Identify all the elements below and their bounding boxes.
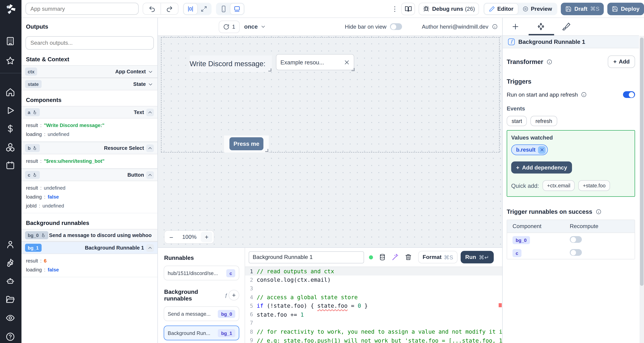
quick-add-pill[interactable]: +state.foo	[578, 180, 610, 191]
output-row-b[interactable]: bResource Select	[22, 142, 158, 154]
tab-insert-component[interactable]	[503, 22, 528, 31]
collapse-toggle[interactable]	[146, 244, 154, 252]
output-row-bg_1[interactable]: bg_1Background Runnable 1	[22, 242, 158, 254]
component-id-badge[interactable]: bg_0	[25, 231, 48, 239]
gear-icon[interactable]	[5, 258, 16, 269]
code-line-4[interactable]: 4// access a global state store	[245, 293, 502, 302]
code-line-8[interactable]: 8// for reactivity to work, you need to …	[245, 327, 502, 336]
code-line-5[interactable]: 5if (!state.foo) { state.foo = 0 }	[245, 302, 502, 310]
eye-icon[interactable]	[5, 313, 16, 324]
output-row-a[interactable]: aText	[22, 106, 158, 118]
robot-icon[interactable]	[5, 276, 16, 287]
runnable-name-input[interactable]	[249, 251, 364, 263]
user-icon[interactable]	[5, 240, 16, 250]
deploy-button[interactable]: Deploy	[608, 2, 644, 15]
expand-toggle[interactable]	[148, 82, 153, 86]
help-icon[interactable]	[5, 332, 16, 342]
event-pill-refresh[interactable]: refresh	[530, 116, 557, 126]
app-summary-input[interactable]	[26, 3, 139, 15]
output-row-bg_0[interactable]: bg_0Send a message to discord using webh…	[22, 229, 158, 242]
format-button[interactable]: Format⌘S	[418, 251, 458, 264]
output-row-c[interactable]: cButton	[22, 168, 158, 181]
text-component[interactable]: Write Discord message:	[190, 56, 272, 72]
add-dependency-button[interactable]: +Add dependency	[511, 162, 572, 174]
folder-open-icon[interactable]	[5, 295, 16, 306]
debug-runs-button[interactable]: Debug runs(26)	[419, 2, 479, 15]
code-line-3[interactable]: 3	[245, 284, 502, 293]
event-pill-start[interactable]: start	[507, 116, 527, 126]
zoom-in-button[interactable]: +	[201, 232, 212, 242]
add-transformer-button[interactable]: +Add	[608, 56, 635, 68]
calendar-icon[interactable]	[5, 160, 16, 171]
resize-handle[interactable]	[352, 68, 355, 71]
code-line-9[interactable]: 9// e.g: state.foo.push(1) will not work…	[245, 336, 502, 343]
recompute-toggle-bg_0[interactable]	[570, 236, 582, 243]
tab-editor[interactable]: Editor	[484, 4, 518, 14]
press-me-button[interactable]: Press me	[230, 137, 264, 150]
component-id-badge[interactable]: c	[25, 171, 40, 179]
zoom-out-button[interactable]: −	[164, 233, 178, 241]
info-icon[interactable]	[492, 24, 498, 30]
building-icon[interactable]	[5, 36, 16, 47]
refresh-interval-button[interactable]: 1	[219, 20, 240, 33]
draft-button[interactable]: Draft⌘S	[561, 2, 604, 15]
run-on-start-toggle[interactable]	[623, 91, 635, 98]
fullscreen-layout-toggle[interactable]	[197, 4, 211, 14]
add-bg-runnable-button[interactable]: +	[228, 290, 239, 300]
windmill-logo-icon[interactable]	[4, 3, 17, 16]
tab-preview[interactable]: Preview	[518, 4, 556, 14]
expand-toggle[interactable]	[148, 69, 153, 74]
component-id-badge[interactable]: b	[25, 144, 40, 152]
ai-wand-icon[interactable]	[392, 254, 399, 261]
play-icon[interactable]	[5, 106, 16, 116]
mobile-view-toggle[interactable]	[217, 4, 230, 14]
delete-icon[interactable]	[405, 254, 412, 261]
scrollbar-thumb[interactable]	[640, 38, 644, 286]
code-area[interactable]: 1// read outputs and ctx2console.log(ctx…	[245, 267, 502, 343]
component-id-badge[interactable]: c	[512, 249, 522, 257]
code-line-1[interactable]: 1// read outputs and ctx	[245, 267, 502, 276]
runnable-card-c[interactable]: hub/1511/discord/se...c	[164, 266, 239, 280]
clear-selection-icon[interactable]	[344, 59, 350, 65]
collapse-toggle[interactable]	[146, 171, 154, 179]
search-outputs-input[interactable]	[26, 36, 154, 50]
app-canvas[interactable]: Write Discord message: Example resou... …	[158, 36, 502, 247]
info-icon[interactable]	[596, 209, 602, 215]
resource-select-component[interactable]: Example resou...	[276, 54, 354, 70]
refresh-mode-dropdown[interactable]: once	[244, 23, 266, 30]
component-id-badge[interactable]: state	[25, 80, 42, 88]
collapse-toggle[interactable]	[146, 144, 154, 152]
code-line-7[interactable]: 7	[245, 319, 502, 327]
tab-styling[interactable]	[554, 22, 579, 31]
panel-scrollbar[interactable]	[640, 36, 644, 343]
redo-button[interactable]	[160, 3, 178, 14]
desktop-view-toggle[interactable]	[230, 4, 244, 14]
dollar-icon[interactable]	[5, 124, 16, 134]
output-row-state[interactable]: stateState	[22, 78, 158, 90]
boxes-icon[interactable]	[5, 142, 16, 153]
remove-dependency-icon[interactable]	[538, 146, 546, 154]
home-icon[interactable]	[5, 87, 16, 98]
tab-component-settings[interactable]	[528, 22, 554, 31]
resize-handle[interactable]	[268, 68, 272, 72]
output-row-ctx[interactable]: ctxApp Context	[22, 65, 158, 78]
component-id-badge[interactable]: bg_1	[25, 244, 42, 252]
runnable-card-bg_1[interactable]: Background Run...bg_1	[164, 326, 239, 340]
collapse-toggle[interactable]	[146, 108, 154, 116]
recompute-toggle-c[interactable]	[570, 249, 582, 256]
more-options-button[interactable]: ⋮	[392, 5, 398, 13]
star-icon[interactable]	[5, 56, 16, 67]
watched-value-chip[interactable]: b.result	[511, 144, 548, 155]
cache-icon[interactable]	[379, 254, 386, 261]
component-id-badge[interactable]: a	[25, 108, 40, 116]
undo-button[interactable]	[143, 3, 160, 14]
code-line-6[interactable]: 6state.foo += 1	[245, 310, 502, 319]
runnable-card-bg_0[interactable]: Send a message...bg_0	[164, 306, 239, 321]
resize-handle[interactable]	[265, 149, 268, 152]
run-button[interactable]: Run⌘↵	[461, 251, 494, 264]
component-id-badge[interactable]: ctx	[25, 68, 37, 76]
component-id-badge[interactable]: bg_0	[512, 236, 530, 244]
centered-layout-toggle[interactable]	[184, 4, 197, 14]
quick-add-pill[interactable]: +ctx.email	[542, 180, 575, 191]
info-icon[interactable]	[546, 59, 552, 65]
